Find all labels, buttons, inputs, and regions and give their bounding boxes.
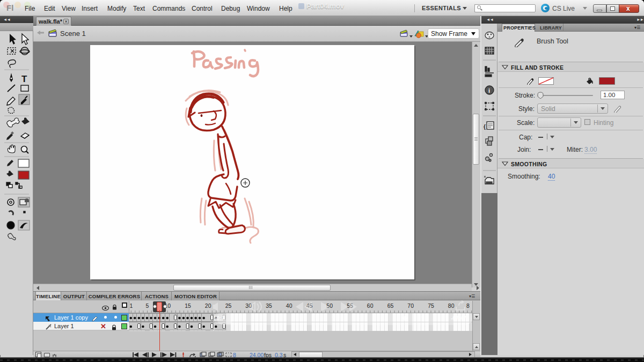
svg-text:{: { [484,124,486,130]
svg-text:T: T [21,74,27,84]
svg-text:i: i [488,87,490,94]
